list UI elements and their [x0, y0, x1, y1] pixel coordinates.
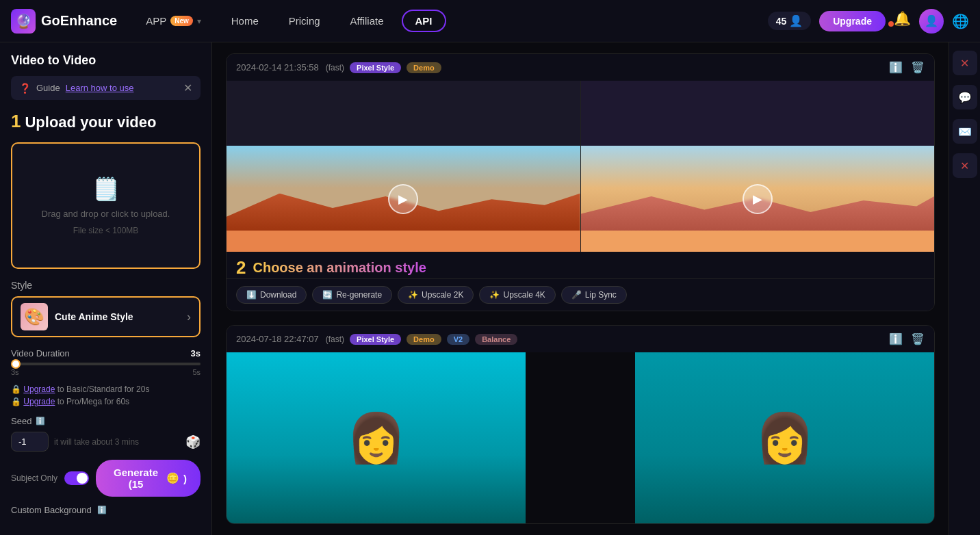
card1-video-right[interactable]: ▶ [580, 81, 935, 252]
duration-slider-track[interactable] [11, 363, 201, 365]
chevron-right-icon: › [187, 310, 191, 324]
guide-close-button[interactable]: ✕ [183, 81, 192, 94]
panel-close2-button[interactable]: ✕ [953, 153, 977, 178]
seed-label-text: Seed [11, 416, 31, 426]
lipsync-icon: 🎤 [571, 290, 582, 300]
seed-row: it will take about 3 mins 🎲 [11, 432, 201, 452]
video-right-top [581, 81, 935, 146]
subject-only-toggle[interactable] [64, 471, 89, 485]
notification-dot [888, 21, 894, 27]
card2-info-icon[interactable]: ℹ️ [889, 332, 903, 345]
card2-video-left[interactable]: 👩 ▶ [227, 352, 526, 523]
style-selector[interactable]: 🎨 Cute Anime Style › [11, 296, 201, 337]
card1-video-pair: ▶ ▶ [227, 81, 934, 252]
nav-item-affiliate[interactable]: Affiliate [338, 11, 396, 31]
nav-item-pricing[interactable]: Pricing [276, 11, 333, 31]
anime-scene-left: 👩 ▶ [227, 352, 526, 523]
upload-drag-text: Drag and drop or click to upload. [42, 209, 170, 219]
duration-slider-thumb[interactable] [11, 359, 21, 369]
card1-right-play[interactable]: ▶ [743, 184, 773, 214]
card2-header: 2024-07-18 22:47:07 (fast) Pixel Style D… [227, 326, 934, 352]
upload-zone[interactable]: 🗒️ Drag and drop or click to upload. Fil… [11, 142, 201, 269]
nav-item-app[interactable]: APP New ▾ [133, 11, 214, 31]
custom-bg-label: Custom Background [11, 505, 92, 515]
nav-item-api[interactable]: API [402, 10, 446, 32]
avatar[interactable]: 👤 [919, 9, 944, 34]
upgrade-button[interactable]: Upgrade [819, 11, 886, 31]
upscale4k-icon: ✨ [489, 290, 500, 300]
nav-right: 45 👤 Upgrade 🔔 👤 🌐 [768, 9, 969, 34]
seed-input[interactable] [11, 432, 49, 452]
toggle-knob [77, 473, 88, 484]
card2-tag-pixel: Pixel Style [350, 334, 401, 345]
sidebar: Video to Video ❓ Guide Learn how to use … [0, 42, 212, 535]
card1-info-icon[interactable]: ℹ️ [889, 61, 903, 74]
step1-number: 1 [11, 111, 21, 132]
content-area: 2024-02-14 21:35:58 (fast) Pixel Style D… [212, 42, 949, 535]
duration-slider-labels: 3s 5s [11, 368, 201, 376]
panel-close-button[interactable]: ✕ [953, 51, 977, 75]
download-icon: ⬇️ [246, 290, 257, 300]
custom-bg-info: ℹ️ [97, 506, 107, 514]
guide-learn-link[interactable]: Learn how to use [66, 83, 134, 93]
upscale2k-label: Upscale 2K [422, 290, 463, 300]
nav-home-label: Home [231, 15, 259, 27]
style-name: Cute Anime Style [55, 311, 180, 322]
upgrade-pro-link[interactable]: Upgrade [23, 397, 55, 406]
panel-mail-button[interactable]: ✉️ [953, 119, 977, 144]
generate-button[interactable]: Generate (15 🪙 ) [96, 460, 201, 497]
card2-delete-icon[interactable]: 🗑️ [911, 332, 925, 345]
upscale2k-button[interactable]: ✨ Upscale 2K [398, 286, 474, 304]
card1-delete-icon[interactable]: 🗑️ [911, 61, 925, 74]
card1-left-play[interactable]: ▶ [388, 184, 418, 214]
nav-api-label: API [415, 15, 433, 27]
nav-app-chevron: ▾ [197, 16, 201, 26]
duration-label-text: Video Duration [11, 348, 70, 358]
upload-file-size: File size < 100MB [73, 226, 139, 235]
main-layout: Video to Video ❓ Guide Learn how to use … [0, 42, 980, 535]
globe-icon[interactable]: 🌐 [952, 13, 969, 29]
step2-number: 2 [236, 257, 246, 278]
card2-video-right[interactable]: 👩 ▶ [635, 352, 934, 523]
logo-area[interactable]: 🔮 GoEnhance [11, 9, 117, 34]
regenerate-button[interactable]: 🔄 Re-generate [312, 286, 392, 304]
nav-app-badge: New [170, 16, 193, 26]
upgrade-basic-text: 🔒 Upgrade to Basic/Standard for 20s [11, 384, 201, 394]
guide-label: Guide [36, 83, 60, 93]
discord-icon: 💬 [958, 91, 972, 104]
card2-tag-demo: Demo [407, 334, 441, 345]
card1-video-left[interactable]: ▶ [227, 81, 580, 252]
upscale4k-button[interactable]: ✨ Upscale 4K [479, 286, 555, 304]
video-card-1: 2024-02-14 21:35:58 (fast) Pixel Style D… [226, 53, 935, 311]
nav-item-home[interactable]: Home [219, 11, 271, 31]
style-label: Style [11, 280, 201, 291]
lipsync-button[interactable]: 🎤 Lip Sync [561, 286, 627, 304]
bell-icon[interactable]: 🔔 [894, 11, 911, 26]
sidebar-title: Video to Video [11, 53, 201, 68]
generate-label: Generate (15 [109, 467, 162, 490]
panel-discord-button[interactable]: 💬 [953, 85, 977, 109]
step2-text: Choose an animation style [253, 260, 426, 276]
dice-icon[interactable]: 🎲 [185, 434, 201, 449]
video-right-bottom: ▶ [581, 146, 935, 252]
video-left-bottom: ▶ [227, 146, 580, 252]
nav-affiliate-label: Affiliate [350, 15, 384, 27]
download-button[interactable]: ⬇️ Download [236, 286, 307, 304]
logo-icon: 🔮 [11, 9, 36, 34]
video-card-2: 2024-07-18 22:47:07 (fast) Pixel Style D… [226, 325, 935, 524]
card1-speed: (fast) [326, 63, 344, 73]
card2-speed: (fast) [326, 335, 344, 344]
card2-video-pair: 👩 ▶ 👩 ▶ [227, 352, 934, 523]
upgrade-basic-link[interactable]: Upgrade [23, 384, 55, 394]
credits-badge: 45 👤 [768, 12, 812, 30]
generate-row: Subject Only Generate (15 🪙 ) [11, 460, 201, 497]
seed-info-icon: ℹ️ [36, 417, 45, 426]
anime-figure-right: 👩 [755, 410, 814, 466]
guide-bar: ❓ Guide Learn how to use ✕ [11, 76, 201, 100]
card1-tag-demo: Demo [407, 62, 441, 73]
card1-header: 2024-02-14 21:35:58 (fast) Pixel Style D… [227, 54, 934, 81]
duration-min-label: 3s [11, 368, 19, 376]
download-label: Download [260, 290, 296, 300]
seed-label: Seed ℹ️ [11, 416, 201, 426]
guide-circle-icon: ❓ [19, 83, 31, 94]
